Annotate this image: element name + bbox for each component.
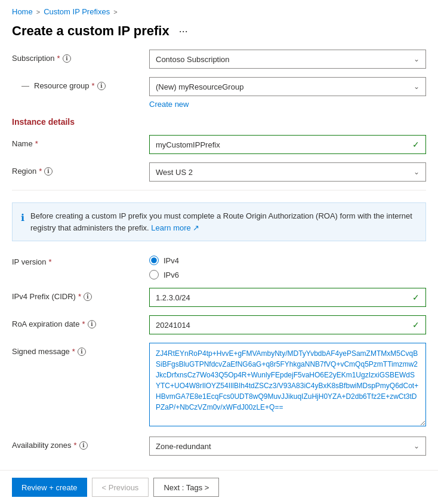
ipv4-label: IPv4: [164, 256, 179, 265]
page-header: Create a custom IP prefix ···: [0, 21, 438, 50]
roa-expiration-control: 20241014 ✓: [149, 315, 426, 334]
divider-1: [12, 190, 426, 190]
availability-zones-label: Availability zones * ℹ: [12, 437, 143, 450]
roa-expiration-info-icon[interactable]: ℹ: [88, 320, 96, 328]
region-info-icon[interactable]: ℹ: [44, 167, 53, 176]
resource-group-value: (New) myResourceGroup: [156, 82, 243, 91]
breadcrumb-custom-ip[interactable]: Custom IP Prefixes: [44, 7, 110, 16]
availability-zones-row: Availability zones * ℹ Zone-redundant ⌄: [12, 437, 426, 456]
ipv4-prefix-input[interactable]: 1.2.3.0/24 ✓: [149, 288, 426, 307]
availability-zones-control: Zone-redundant ⌄: [149, 437, 426, 456]
breadcrumb: Home > Custom IP Prefixes >: [0, 0, 438, 21]
resource-group-control: (New) myResourceGroup ⌄: [149, 77, 426, 96]
ipv6-option[interactable]: IPv6: [149, 270, 426, 279]
region-control: West US 2 ⌄: [149, 162, 426, 182]
breadcrumb-sep2: >: [113, 8, 117, 16]
region-required: *: [39, 167, 42, 176]
ip-version-control: IPv4 IPv6: [149, 253, 426, 279]
info-banner-text: Before creating a custom IP prefix you m…: [30, 210, 417, 233]
resource-group-label: Resource group * ℹ: [12, 77, 143, 90]
ip-version-row: IP version * IPv4 IPv6: [12, 253, 426, 279]
resource-group-select[interactable]: (New) myResourceGroup ⌄: [149, 77, 426, 96]
region-chevron-icon: ⌄: [414, 168, 420, 176]
availability-zones-required: *: [73, 441, 76, 450]
signed-message-info-icon[interactable]: ℹ: [78, 348, 86, 356]
roa-expiration-check-icon: ✓: [412, 320, 420, 330]
ipv4-prefix-label: IPv4 Prefix (CIDR) * ℹ: [12, 288, 143, 301]
learn-more-link[interactable]: Learn more ↗: [151, 223, 199, 232]
region-value: West US 2: [156, 168, 193, 177]
create-new-link[interactable]: Create new: [149, 100, 426, 109]
signed-message-label: Signed message * ℹ: [12, 343, 143, 356]
subscription-chevron-icon: ⌄: [414, 55, 420, 63]
ipv4-radio[interactable]: [149, 256, 159, 265]
subscription-required: *: [57, 54, 60, 63]
resource-group-info-icon[interactable]: ℹ: [97, 82, 106, 90]
name-label: Name *: [12, 135, 143, 148]
availability-zones-select[interactable]: Zone-redundant ⌄: [149, 437, 426, 456]
page-title: Create a custom IP prefix: [12, 23, 169, 39]
roa-expiration-input[interactable]: 20241014 ✓: [149, 315, 426, 334]
signed-message-required: *: [72, 347, 75, 356]
review-create-button[interactable]: Review + create: [12, 478, 87, 497]
availability-zones-value: Zone-redundant: [156, 442, 211, 451]
name-required: *: [35, 139, 38, 148]
name-control: myCustomIPPrefix ✓: [149, 135, 426, 154]
signed-message-row: Signed message * ℹ ZJ4RtEYnRoP4tp+HvvE+g…: [12, 343, 426, 428]
previous-button[interactable]: < Previous: [92, 478, 149, 497]
ipv6-radio[interactable]: [149, 270, 159, 279]
ipv4-prefix-required: *: [78, 292, 81, 301]
signed-message-textarea[interactable]: ZJ4RtEYnRoP4tp+HvvE+gFMVAmbyNty/MDTyYvbd…: [149, 343, 426, 426]
subscription-info-icon[interactable]: ℹ: [63, 54, 71, 63]
ip-version-label: IP version *: [12, 253, 143, 266]
roa-expiration-required: *: [82, 319, 85, 328]
ipv4-prefix-value: 1.2.3.0/24: [156, 293, 190, 302]
name-check-icon: ✓: [412, 140, 420, 149]
ipv4-prefix-check-icon: ✓: [412, 293, 420, 302]
name-value: myCustomIPPrefix: [156, 140, 220, 149]
bottom-bar: Review + create < Previous Next : Tags >: [0, 470, 438, 504]
info-banner: ℹ Before creating a custom IP prefix you…: [12, 202, 426, 241]
resource-group-chevron-icon: ⌄: [414, 82, 420, 91]
ip-version-required: *: [49, 257, 52, 266]
roa-expiration-value: 20241014: [156, 321, 190, 330]
roa-expiration-row: RoA expiration date * ℹ 20241014 ✓: [12, 315, 426, 334]
ipv6-label: IPv6: [164, 271, 179, 279]
next-button[interactable]: Next : Tags >: [153, 478, 219, 497]
subscription-value: Contoso Subscription: [156, 55, 230, 64]
availability-zones-info-icon[interactable]: ℹ: [79, 441, 88, 450]
subscription-label: Subscription * ℹ: [12, 50, 143, 63]
ellipsis-button[interactable]: ···: [175, 24, 192, 39]
name-input[interactable]: myCustomIPPrefix ✓: [149, 135, 426, 154]
name-row: Name * myCustomIPPrefix ✓: [12, 135, 426, 154]
region-label: Region * ℹ: [12, 162, 143, 176]
availability-zones-chevron-icon: ⌄: [414, 442, 420, 450]
subscription-row: Subscription * ℹ Contoso Subscription ⌄: [12, 50, 426, 69]
region-row: Region * ℹ West US 2 ⌄: [12, 162, 426, 182]
breadcrumb-home[interactable]: Home: [12, 7, 33, 16]
breadcrumb-sep1: >: [36, 8, 40, 16]
resource-group-required: *: [92, 81, 95, 90]
ip-version-radio-group: IPv4 IPv6: [149, 253, 426, 279]
ipv4-prefix-control: 1.2.3.0/24 ✓: [149, 288, 426, 307]
resource-group-row: Resource group * ℹ (New) myResourceGroup…: [12, 77, 426, 96]
region-select[interactable]: West US 2 ⌄: [149, 162, 426, 182]
ipv4-prefix-row: IPv4 Prefix (CIDR) * ℹ 1.2.3.0/24 ✓: [12, 288, 426, 307]
ipv4-option[interactable]: IPv4: [149, 256, 426, 265]
subscription-select[interactable]: Contoso Subscription ⌄: [149, 50, 426, 69]
signed-message-control: ZJ4RtEYnRoP4tp+HvvE+gFMVAmbyNty/MDTyYvbd…: [149, 343, 426, 428]
info-banner-icon: ℹ: [21, 211, 24, 233]
subscription-control: Contoso Subscription ⌄: [149, 50, 426, 69]
roa-expiration-label: RoA expiration date * ℹ: [12, 315, 143, 328]
ipv4-prefix-info-icon[interactable]: ℹ: [84, 293, 92, 301]
instance-details-title: Instance details: [12, 117, 426, 127]
